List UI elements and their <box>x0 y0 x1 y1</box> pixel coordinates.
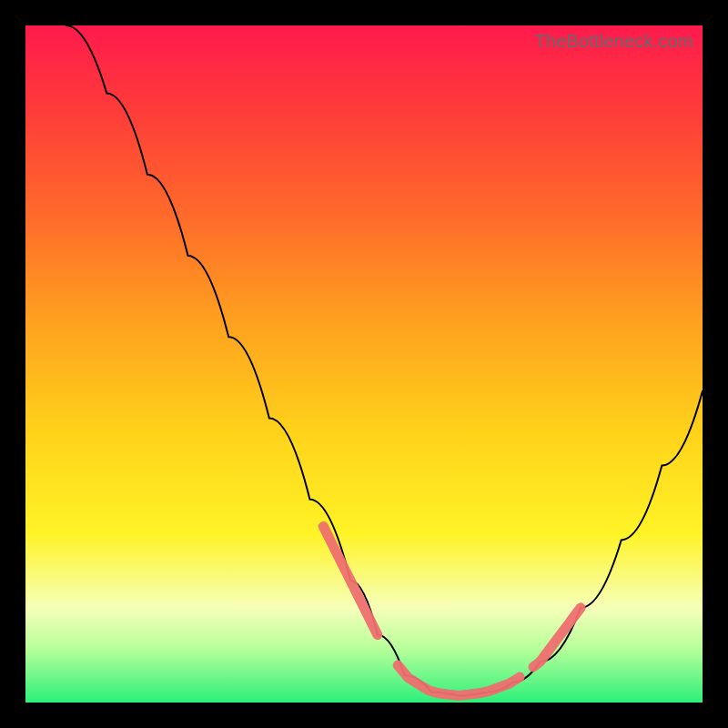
bottleneck-curve <box>25 25 703 703</box>
highlight-segment <box>398 665 520 695</box>
plot-area: TheBottleneck.com <box>25 25 703 703</box>
chart-frame: TheBottleneck.com <box>0 0 728 728</box>
curve-line <box>66 25 703 696</box>
highlight-segment <box>323 527 378 635</box>
highlight-segments <box>323 527 581 696</box>
highlight-segment <box>533 608 581 667</box>
